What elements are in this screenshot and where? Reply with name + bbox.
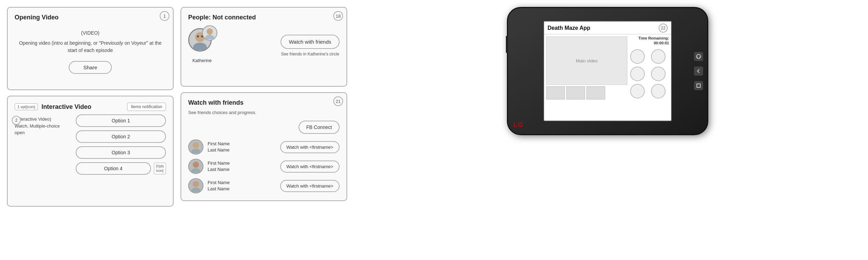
watch-with-friend-2-button[interactable]: Watch with <firstname> <box>280 161 340 173</box>
friend-2-lastname: Last Name <box>208 166 276 173</box>
left-column: Opening Video 1 (VIDEO) Opening video (i… <box>7 7 174 207</box>
card-number-1: 1 <box>160 11 169 21</box>
see-friends-label: See friends in Katherine's circle <box>281 52 339 57</box>
opening-video-body: (VIDEO) Opening video (intro at beginnin… <box>15 29 166 54</box>
svg-point-9 <box>191 168 200 173</box>
phone-round-btn-2[interactable] <box>651 49 666 64</box>
svg-point-5 <box>205 35 214 39</box>
phone-round-btn-3[interactable] <box>630 67 645 81</box>
watch-with-friend-3-button[interactable]: Watch with <firstname> <box>280 180 340 192</box>
interactive-video-card: 1 vpt{icon} Interactive Video Items noti… <box>7 96 174 207</box>
katherine-secondary-avatar <box>202 25 217 41</box>
phone-main-area: Main video <box>544 34 629 120</box>
phone-thumbnails <box>544 85 629 101</box>
phone-screen-body: Main video Time Remaining: 00:00:01 <box>544 34 671 120</box>
svg-point-11 <box>191 188 200 192</box>
friend-1-lastname: Last Name <box>208 147 276 153</box>
option-1-button[interactable]: Option 1 <box>76 114 166 127</box>
phone-left-bar <box>506 36 508 53</box>
friend-2-firstname: First Name <box>208 160 276 166</box>
people-card-title: People: Not connected <box>188 14 340 21</box>
svg-point-7 <box>191 149 200 153</box>
katherine-name: Katherine <box>192 58 212 63</box>
lg-logo: LG <box>514 121 524 129</box>
right-column: Death Maze App 22 Main video Time <box>354 7 861 135</box>
option-row-3: Option 3 <box>76 146 166 159</box>
phone-menu-button[interactable] <box>694 81 703 90</box>
phone-screen-header: Death Maze App 22 <box>544 21 671 34</box>
video-label: (VIDEO) <box>15 29 166 37</box>
phone-screen: Death Maze App 22 Main video Time <box>543 21 672 121</box>
svg-point-4 <box>207 28 213 35</box>
svg-rect-15 <box>697 84 700 87</box>
wwf-subtitle: See friends choices and progress. <box>188 110 340 115</box>
katherine-area: Katherine <box>188 28 216 63</box>
wwf-friends-list: First Name Last Name Watch with <firstna… <box>188 139 340 193</box>
card-number-18: 18 <box>333 11 343 21</box>
svg-point-12 <box>696 54 701 59</box>
phone-time-value: 00:00:01 <box>630 41 669 45</box>
watch-friends-area: Watch with friends See friends in Kather… <box>281 35 340 57</box>
square-icon <box>696 83 701 88</box>
avatar-container <box>188 28 216 56</box>
phone-video-area: Main video <box>546 36 627 85</box>
friend-3-avatar <box>188 178 203 193</box>
phone-thumb-3[interactable] <box>586 86 605 99</box>
friend-1-avatar <box>188 139 203 155</box>
option-4-button[interactable]: Option 4 <box>76 162 151 175</box>
friend-2-avatar <box>188 159 203 174</box>
opening-video-title: Opening Video <box>15 14 166 21</box>
phone-round-btn-1[interactable] <box>630 49 645 64</box>
share-button[interactable]: Share <box>69 61 112 74</box>
option-2-button[interactable]: Option 2 <box>76 130 166 143</box>
items-notification-badge: Items notification <box>127 103 166 111</box>
svg-point-6 <box>193 142 199 148</box>
people-not-connected-card: People: Not connected 18 <box>181 7 347 87</box>
phone-app-title: Death Maze App <box>548 25 590 31</box>
watch-with-friend-1-button[interactable]: Watch with <firstname> <box>280 141 340 153</box>
interactive-video-title: Interactive Video <box>41 103 91 111</box>
phone-round-btn-6[interactable] <box>651 84 666 98</box>
phone-round-btn-5[interactable] <box>630 84 645 98</box>
vpts-badge: {Vpts icon} <box>154 163 166 174</box>
friend-1-name: First Name Last Name <box>208 141 276 153</box>
friend-row-1: First Name Last Name Watch with <firstna… <box>188 139 340 155</box>
fb-connect-button[interactable]: FB Connect <box>299 121 340 134</box>
phone-buttons-grid <box>630 49 669 98</box>
friend-3-lastname: Last Name <box>208 186 276 192</box>
interactive-header: 1 vpt{icon} Interactive Video Items noti… <box>15 103 166 111</box>
phone-home-button[interactable] <box>694 67 703 76</box>
svg-point-2 <box>197 35 199 37</box>
back-arrow-icon <box>696 68 701 74</box>
option-3-button[interactable]: Option 3 <box>76 146 166 159</box>
phone-back-button[interactable] <box>694 52 703 61</box>
interactive-description: (Interactive Video) Watch, Multiple-choi… <box>15 114 70 175</box>
phone-side-buttons <box>694 52 703 90</box>
phone-thumb-2[interactable] <box>566 86 585 99</box>
opening-video-card: Opening Video 1 (VIDEO) Opening video (i… <box>7 7 174 90</box>
interactive-body: (Interactive Video) Watch, Multiple-choi… <box>15 114 166 175</box>
option-row-4: Option 4 {Vpts icon} <box>76 162 166 175</box>
friend-row-2: First Name Last Name Watch with <firstna… <box>188 159 340 174</box>
options-column: Option 1 Option 2 Option 3 Option 4 {Vpt… <box>76 114 166 175</box>
phone-video-label: Main video <box>576 58 598 63</box>
phone-right-panel: Time Remaining: 00:00:01 <box>629 34 671 120</box>
friend-3-name: First Name Last Name <box>208 180 276 192</box>
watch-with-friends-card: Watch with friends 21 See friends choice… <box>181 92 347 201</box>
phone-thumb-1[interactable] <box>546 86 565 99</box>
svg-point-8 <box>193 162 199 168</box>
watch-with-friends-button[interactable]: Watch with friends <box>281 35 340 49</box>
secondary-face-svg <box>203 27 216 39</box>
vpt-badge: 1 vpt{icon} <box>15 103 38 110</box>
headphone-icon <box>696 54 701 59</box>
wwf-title: Watch with friends <box>188 99 340 106</box>
svg-point-1 <box>193 43 207 50</box>
phone-time-label: Time Remaining: <box>630 36 669 41</box>
option-row-2: Option 2 <box>76 130 166 143</box>
friend-1-firstname: First Name <box>208 141 276 147</box>
phone-screen-number: 22 <box>659 24 668 33</box>
option-row-1: Option 1 <box>76 114 166 127</box>
middle-column: People: Not connected 18 <box>181 7 347 201</box>
friend-2-name: First Name Last Name <box>208 160 276 173</box>
phone-round-btn-4[interactable] <box>651 67 666 81</box>
